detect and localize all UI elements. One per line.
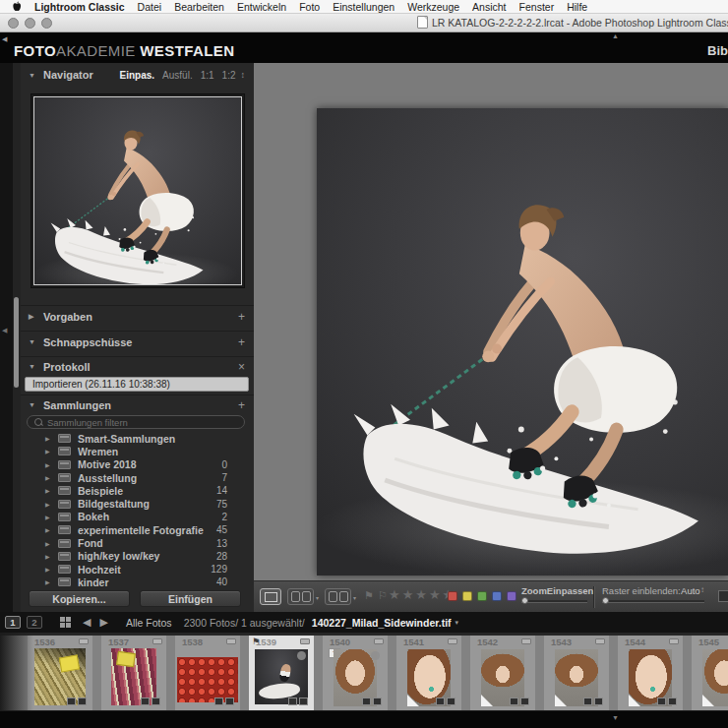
collection-row[interactable]: ▶ experimentelle Fotografie 45 (21, 523, 254, 536)
history-entry-selected[interactable]: Importieren (26.11.16 10:38:38) (25, 377, 249, 392)
collections-filter-input[interactable]: Sammlungen filtern (27, 415, 245, 429)
collection-row[interactable]: ▶ Bildgestaltung 75 (21, 497, 254, 510)
color-label-swatch[interactable] (462, 591, 472, 601)
top-panel-collapse-icon[interactable]: ▲ (612, 32, 619, 39)
filmstrip-thumbnail[interactable]: 1545 ⚑ (692, 636, 728, 710)
ratio-stepper-icon[interactable]: ↕ (241, 70, 246, 80)
zoom-fit-option[interactable]: Einpas. (120, 70, 155, 81)
menu-item[interactable]: Werkzeuge (407, 1, 459, 13)
grid-view-icon[interactable] (60, 617, 71, 628)
triangle-down-icon[interactable]: ▼ (29, 363, 36, 370)
collection-row[interactable]: ▶ Bokeh 2 (21, 511, 254, 523)
collection-row[interactable]: ▶ Ausstellung 7 (21, 471, 254, 484)
collection-row[interactable]: ▶ Beispiele 14 (21, 484, 254, 497)
vorgaben-panel-header[interactable]: ▶ Vorgaben + (21, 305, 254, 327)
survey-view-button[interactable] (325, 588, 351, 605)
zoom-1to1-option[interactable]: 1:1 (201, 70, 214, 81)
expand-triangle-icon[interactable]: ▶ (45, 514, 58, 520)
filmstrip-thumbnail[interactable]: 1540 ⚑ 7 (323, 636, 388, 710)
next-photo-icon[interactable]: ▶ (99, 616, 107, 629)
add-collection-button[interactable]: + (238, 398, 245, 412)
thumbnail-photo[interactable] (177, 657, 238, 702)
zoom-ratio-option[interactable]: 1:2 (222, 70, 236, 81)
add-preset-button[interactable]: + (238, 310, 245, 324)
collection-row[interactable]: ▶ Hochzeit 129 (21, 563, 254, 576)
grid-size-slider[interactable] (602, 600, 704, 603)
color-label-swatch[interactable] (492, 591, 502, 601)
minimize-window-button[interactable] (25, 18, 35, 29)
flag-pick-reject-icons[interactable]: ⚑⚐ (364, 589, 392, 602)
zoom-window-button[interactable] (41, 18, 52, 29)
zoom-fill-option[interactable]: Ausfül. (162, 70, 193, 81)
fit-label[interactable]: Einpassen (547, 585, 594, 596)
filmstrip-thumbnail[interactable]: 1544 ⚑ (618, 636, 683, 710)
menu-item[interactable]: Fenster (519, 1, 555, 13)
expand-triangle-icon[interactable]: ▶ (45, 553, 58, 560)
collection-row[interactable]: ▶ Wremen (21, 445, 254, 457)
zoom-slider-knob[interactable] (521, 597, 528, 604)
filmstrip-source-dropdown-icon[interactable]: ▾ (455, 619, 459, 627)
filmstrip-thumbnail[interactable]: 1543 ⚑ (544, 636, 609, 710)
source-indicator[interactable]: Alle Fotos (126, 617, 172, 629)
second-window-button[interactable]: 2 (27, 616, 42, 629)
compare-dropdown-icon[interactable]: ▾ (316, 594, 319, 601)
filmstrip-thumbnail[interactable]: 1542 ⚑ (470, 636, 535, 710)
expand-triangle-icon[interactable]: ▶ (45, 487, 58, 494)
menu-item[interactable]: Ansicht (472, 1, 506, 13)
triangle-down-icon[interactable]: ▼ (29, 72, 36, 79)
expand-triangle-icon[interactable]: ▶ (45, 501, 58, 508)
selected-filename[interactable]: 140227_Milad_Sidewinder.tif (312, 617, 452, 629)
survey-dropdown-icon[interactable]: ▾ (353, 594, 356, 601)
previous-photo-icon[interactable]: ◀ (83, 616, 91, 629)
copy-settings-button[interactable]: Kopieren... (29, 590, 130, 607)
close-window-button[interactable] (8, 18, 19, 29)
navigator-preview-image[interactable] (34, 97, 241, 284)
filmstrip-thumbnail[interactable]: 1539 ⚑ (249, 636, 314, 710)
main-window-button[interactable]: 1 (5, 616, 21, 629)
filmstrip-collapse-icon[interactable]: ▼ (612, 714, 619, 721)
schnappschuesse-panel-header[interactable]: ▼ Schnappschüsse + (21, 331, 254, 352)
expand-triangle-icon[interactable]: ▶ (45, 526, 58, 533)
apple-menu-icon[interactable] (12, 1, 22, 12)
collection-row[interactable]: ▶ Motive 2018 0 (21, 458, 254, 471)
zoom-slider[interactable] (521, 600, 587, 603)
menu-app-name[interactable]: Lightroom Classic (34, 1, 125, 13)
expand-triangle-icon[interactable]: ▶ (45, 435, 58, 442)
filmstrip-thumbnail[interactable]: 1541 ⚑ (396, 636, 461, 710)
add-snapshot-button[interactable]: + (238, 335, 245, 349)
compare-view-button[interactable] (287, 588, 314, 605)
protokoll-panel-header[interactable]: ▼ Protokoll × (21, 356, 254, 376)
triangle-down-icon[interactable]: ▼ (29, 401, 36, 408)
color-label-swatch[interactable] (507, 591, 516, 601)
collection-row[interactable]: ▶ Smart-Sammlungen (21, 432, 254, 445)
navigator-preview[interactable] (30, 93, 245, 288)
expand-triangle-icon[interactable]: ▶ (45, 474, 58, 481)
thumbnail-photo[interactable] (702, 649, 728, 706)
color-label-swatch[interactable] (477, 591, 487, 601)
collection-row[interactable]: ▶ Fond 13 (21, 536, 254, 549)
collection-row[interactable]: ▶ kinder 40 (21, 576, 254, 586)
menu-item[interactable]: Hilfe (567, 1, 587, 13)
expand-triangle-icon[interactable]: ▶ (45, 540, 58, 547)
triangle-down-icon[interactable]: ▼ (29, 338, 36, 345)
filmstrip-scroll-left-icon[interactable]: ◀ (2, 35, 7, 43)
collection-row[interactable]: ▶ high/key low/key 28 (21, 550, 254, 563)
sammlungen-panel-header[interactable]: ▼ Sammlungen + (21, 394, 254, 414)
grid-slider-knob[interactable] (602, 597, 609, 604)
loupe-view-button[interactable] (260, 588, 281, 605)
menu-item[interactable]: Datei (138, 1, 162, 13)
module-picker-bibliothek[interactable]: Bib (707, 43, 728, 58)
clear-history-button[interactable]: × (238, 360, 245, 374)
color-label-swatch[interactable] (448, 591, 457, 601)
paste-settings-button[interactable]: Einfügen (140, 590, 241, 607)
main-photo[interactable] (317, 108, 728, 576)
triangle-right-icon[interactable]: ▶ (29, 313, 36, 321)
menu-item[interactable]: Bearbeiten (174, 1, 224, 13)
scrollbar-thumb[interactable] (14, 297, 19, 388)
menu-item[interactable]: Foto (299, 1, 320, 13)
star-rating-control[interactable]: ★★★★★ (389, 587, 455, 602)
grid-mode-stepper-icon[interactable]: ↕ (700, 585, 704, 596)
expand-triangle-icon[interactable]: ▶ (45, 448, 58, 455)
left-panel-scrollbar[interactable] (13, 63, 21, 612)
expand-triangle-icon[interactable]: ▶ (45, 461, 58, 468)
